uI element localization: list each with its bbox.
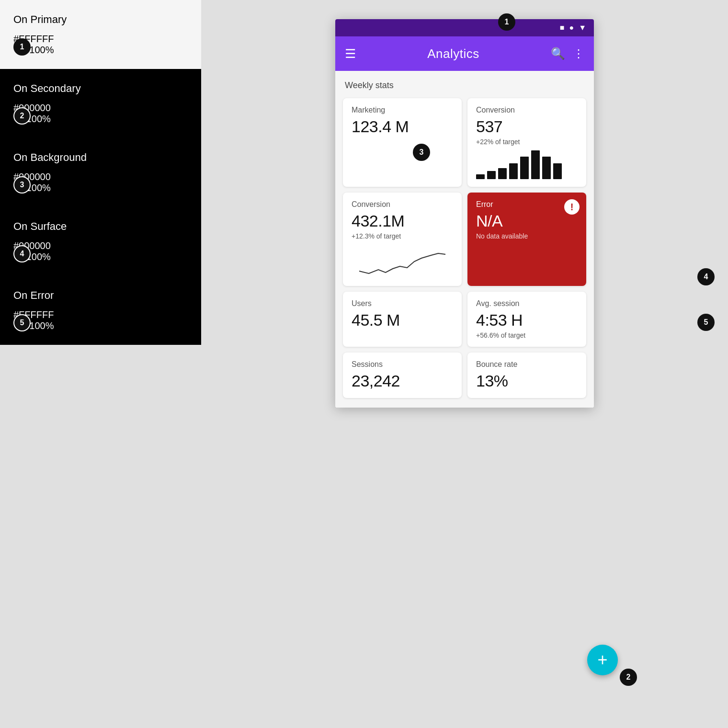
conversion-left-value: 432.1M <box>352 212 453 230</box>
conversion-right-label: Conversion <box>476 106 578 114</box>
bounce-rate-label: Bounce rate <box>476 360 578 369</box>
bar <box>520 157 529 179</box>
error-value: N/A <box>476 212 578 230</box>
bar-chart <box>476 150 578 179</box>
line-chart <box>352 245 453 278</box>
left-panel: On Primary 1 #FFFFFF 100% On Secondary 2… <box>0 0 201 728</box>
marketing-label: Marketing <box>352 106 453 114</box>
annotation-5: 5 <box>697 314 715 331</box>
users-card: Users 45.5 M <box>343 292 462 347</box>
status-bar: ■ ● ▼ <box>335 19 594 36</box>
marketing-value: 123.4 M <box>352 117 453 136</box>
status-icon-2: ● <box>569 23 574 32</box>
sessions-value: 23,242 <box>352 372 453 390</box>
bounce-rate-card: Bounce rate 13% <box>467 353 586 398</box>
annotation-3: 3 <box>413 144 430 161</box>
error-sub: No data available <box>476 232 578 240</box>
conversion-left-label: Conversion <box>352 200 453 209</box>
error-card: Error N/A No data available ! <box>467 193 586 286</box>
conversion-left-target: +12.3% of target <box>352 232 453 240</box>
on-error-title: On Error <box>13 289 188 302</box>
annotation-badge-5: 5 <box>13 314 31 331</box>
on-surface-section: On Surface 4 #000000 100% <box>0 207 201 276</box>
error-label: Error <box>476 200 578 209</box>
on-primary-title: On Primary <box>13 13 188 26</box>
bar <box>531 150 540 179</box>
right-panel: 1 ■ ● ▼ ☰ Analytics 🔍 ⋮ Weekly stats <box>201 0 728 728</box>
menu-icon[interactable]: ☰ <box>345 46 356 61</box>
avg-session-target: +56.6% of target <box>476 331 578 339</box>
on-secondary-section: On Secondary 2 #000000 100% <box>0 69 201 138</box>
status-icon-1: ■ <box>560 23 565 32</box>
sessions-card: Sessions 23,242 <box>343 353 462 398</box>
avg-session-value: 4:53 H <box>476 311 578 330</box>
bar <box>509 163 518 179</box>
sessions-label: Sessions <box>352 360 453 369</box>
bar <box>476 174 485 179</box>
app-title: Analytics <box>365 46 541 61</box>
users-label: Users <box>352 299 453 308</box>
bar <box>553 163 562 179</box>
fab-icon: + <box>597 650 607 670</box>
on-background-title: On Background <box>13 151 188 164</box>
conversion-right-value: 537 <box>476 117 578 136</box>
conversion-left-card: Conversion 432.1M +12.3% of target <box>343 193 462 286</box>
app-bar-icons: 🔍 ⋮ <box>551 47 584 60</box>
annotation-2: 2 <box>620 669 637 686</box>
annotation-badge-1: 1 <box>13 38 31 56</box>
search-icon[interactable]: 🔍 <box>551 47 565 60</box>
on-secondary-title: On Secondary <box>13 82 188 95</box>
on-surface-title: On Surface <box>13 220 188 233</box>
error-badge-icon: ! <box>570 202 574 213</box>
fab-button[interactable]: + <box>587 645 618 675</box>
avg-session-label: Avg. session <box>476 299 578 308</box>
stats-grid: Marketing 123.4 M Conversion 537 +22% of… <box>343 98 586 398</box>
content-area: Weekly stats Marketing 123.4 M Conversio… <box>335 71 594 408</box>
annotation-1: 1 <box>498 13 515 31</box>
phone-container: ■ ● ▼ ☰ Analytics 🔍 ⋮ Weekly stats Marke… <box>335 19 594 408</box>
weekly-stats-label: Weekly stats <box>343 80 586 91</box>
annotation-badge-4: 4 <box>13 245 31 262</box>
error-badge: ! <box>564 199 580 215</box>
marketing-card: Marketing 123.4 M <box>343 98 462 187</box>
app-bar: ☰ Analytics 🔍 ⋮ <box>335 36 594 71</box>
on-primary-section: On Primary 1 #FFFFFF 100% <box>0 0 201 69</box>
status-icon-3: ▼ <box>579 23 586 32</box>
annotation-4: 4 <box>697 268 715 285</box>
conversion-right-target: +22% of target <box>476 138 578 146</box>
conversion-right-card: Conversion 537 +22% of target <box>467 98 586 187</box>
users-value: 45.5 M <box>352 311 453 330</box>
bar <box>542 157 551 179</box>
on-background-section: On Background 3 #000000 100% <box>0 138 201 207</box>
bar <box>498 168 507 179</box>
on-error-section: On Error 5 #FFFFFF 100% <box>0 276 201 345</box>
more-icon[interactable]: ⋮ <box>573 47 584 60</box>
annotation-badge-2: 2 <box>13 107 31 125</box>
avg-session-card: Avg. session 4:53 H +56.6% of target <box>467 292 586 347</box>
bounce-rate-value: 13% <box>476 372 578 390</box>
annotation-badge-3: 3 <box>13 176 31 193</box>
bar <box>487 171 496 179</box>
